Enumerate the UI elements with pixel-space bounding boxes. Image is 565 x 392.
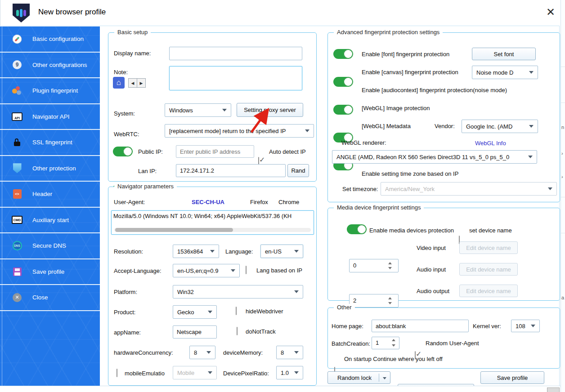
chevron-down-icon bbox=[231, 269, 235, 272]
public-ip-toggle[interactable] bbox=[113, 147, 133, 156]
note-textarea[interactable] bbox=[169, 66, 302, 90]
webrtc-dropdown[interactable]: [replacement mode] return to the specifi… bbox=[165, 124, 314, 138]
window-title: New browser profile bbox=[38, 8, 106, 17]
window-bottom-edge bbox=[0, 386, 561, 392]
chevron-down-icon bbox=[548, 187, 552, 190]
sidebar-item-secure-dns[interactable]: DNS Secure DNS bbox=[0, 233, 100, 259]
stepper-down-icon[interactable] bbox=[388, 267, 392, 269]
user-agent-textarea[interactable]: Mozilla/5.0 (Windows NT 10.0; Win64; x64… bbox=[111, 210, 314, 235]
kernel-ver-dropdown[interactable]: 108 bbox=[511, 320, 540, 332]
set-timezone-dropdown[interactable]: America/New_York bbox=[381, 182, 557, 196]
lang-based-on-ip-label: Lang based on IP bbox=[256, 267, 302, 274]
stepper-up-icon[interactable] bbox=[388, 262, 392, 264]
canvas-noise-mode-dropdown[interactable]: Noise mode D bbox=[472, 66, 538, 79]
audiocontext-protection-toggle[interactable] bbox=[333, 105, 353, 115]
device-pixel-ratio-dropdown[interactable]: 1.0 bbox=[276, 366, 303, 379]
sec-ch-ua-link[interactable]: SEC-CH-UA bbox=[192, 199, 224, 205]
prev-arrow-icon[interactable]: ◀ bbox=[129, 79, 137, 87]
home-page-input[interactable] bbox=[372, 320, 469, 332]
sidebar-item-other-configurations[interactable]: 9 Other configurations bbox=[0, 53, 100, 79]
display-name-input[interactable] bbox=[169, 47, 302, 60]
set-font-button[interactable]: Set font bbox=[472, 48, 536, 60]
ua-scrollbar-track[interactable] bbox=[114, 228, 311, 232]
timezone-by-ip-label: Enable setting time zone based on IP bbox=[362, 170, 458, 177]
save-profile-button[interactable]: Save profile bbox=[480, 371, 544, 384]
product-dropdown[interactable]: Gecko bbox=[173, 305, 217, 319]
video-input-label: Video input bbox=[417, 245, 446, 251]
display-name-label: Display name: bbox=[114, 50, 151, 57]
accept-language-dropdown[interactable]: en-US,en;q=0.9 bbox=[173, 264, 240, 277]
sidebar-item-ssl-fingerprint[interactable]: SSL fingerprint bbox=[0, 130, 100, 156]
close-icon[interactable]: ✕ bbox=[543, 4, 558, 20]
sidebar-item-auxiliary-start[interactable]: CMD Auxiliary start bbox=[0, 208, 100, 234]
stepper-down-icon[interactable] bbox=[392, 344, 395, 347]
batch-creation-stepper[interactable]: 1 bbox=[372, 337, 399, 349]
stepper-down-icon[interactable] bbox=[388, 302, 392, 304]
resolution-dropdown[interactable]: 1536x864 bbox=[173, 245, 219, 258]
webgl-info-link[interactable]: WebGL Info bbox=[475, 140, 506, 147]
device-memory-dropdown[interactable]: 8 bbox=[276, 346, 303, 359]
chevron-down-icon bbox=[208, 371, 212, 374]
dns-icon: DNS bbox=[12, 241, 22, 251]
sidebar-item-close[interactable]: ✕ Close bbox=[0, 285, 100, 311]
random-lock-button[interactable]: Random lock bbox=[327, 371, 390, 384]
compass-icon bbox=[12, 34, 22, 45]
note-label: Note: bbox=[114, 69, 128, 76]
font-protection-toggle[interactable] bbox=[333, 49, 353, 59]
system-dropdown[interactable]: Windows bbox=[165, 103, 231, 117]
startup-continue-label: On startup Continue where you left off bbox=[344, 356, 443, 362]
rand-button[interactable]: Rand bbox=[287, 164, 309, 177]
basic-setup-group: Basic setup Display name: Note: ⌂ ◀▶ Sys… bbox=[108, 32, 317, 182]
language-dropdown[interactable]: en-US bbox=[260, 245, 303, 258]
sidebar-item-plugin-fingerprint[interactable]: Plugin fingerprint bbox=[0, 78, 100, 104]
sidebar-item-navigator-api[interactable]: API Navigator API bbox=[0, 104, 100, 130]
sidebar-item-other-protection[interactable]: Other protection bbox=[0, 156, 100, 182]
ua-scrollbar-thumb[interactable] bbox=[115, 228, 233, 232]
sidebar-item-save-profile[interactable]: Save profile bbox=[0, 259, 100, 285]
hide-webdriver-checkbox[interactable] bbox=[236, 307, 237, 315]
public-ip-label: Public IP: bbox=[138, 148, 163, 155]
mobile-emulation-dropdown[interactable]: Mobile bbox=[173, 366, 217, 379]
audio-input-stepper[interactable]: 2 bbox=[349, 294, 399, 307]
chevron-down-icon bbox=[529, 71, 534, 74]
do-not-track-checkbox[interactable] bbox=[237, 327, 238, 335]
public-ip-input[interactable] bbox=[176, 145, 254, 158]
setting-proxy-server-button[interactable]: Setting proxy server bbox=[237, 103, 303, 117]
lan-ip-input[interactable] bbox=[176, 164, 286, 177]
sidebar-item-header[interactable]: <> Header bbox=[0, 182, 100, 208]
app-logo-icon bbox=[13, 4, 30, 22]
product-label: Product: bbox=[114, 309, 135, 316]
note-nav-stepper[interactable]: ◀▶ bbox=[128, 78, 146, 88]
edit-audio-output-device-button[interactable]: Edit device name bbox=[459, 285, 518, 297]
edit-audio-input-device-button[interactable]: Edit device name bbox=[459, 263, 518, 276]
hide-webdriver-label: hideWebdriver bbox=[246, 308, 283, 315]
lang-based-on-ip-checkbox[interactable] bbox=[246, 266, 247, 274]
media-devices-toggle[interactable] bbox=[347, 224, 367, 234]
next-arrow-icon[interactable]: ▶ bbox=[137, 79, 145, 87]
resize-handle[interactable] bbox=[547, 388, 560, 392]
chevron-down-icon bbox=[305, 129, 309, 132]
video-input-stepper[interactable]: 0 bbox=[349, 259, 399, 272]
chevron-down-icon bbox=[294, 290, 299, 293]
chevron-down-icon bbox=[294, 351, 299, 354]
canvas-protection-toggle[interactable] bbox=[333, 77, 353, 87]
stepper-up-icon[interactable] bbox=[388, 297, 392, 299]
home-icon[interactable]: ⌂ bbox=[113, 77, 125, 89]
webgl-renderer-label: WebGL renderer: bbox=[341, 139, 386, 146]
basic-setup-legend: Basic setup bbox=[114, 29, 151, 36]
stepper-up-icon[interactable] bbox=[392, 339, 395, 341]
new-profile-dialog: New browser profile ✕ Basic configuratio… bbox=[0, 0, 565, 392]
appname-input[interactable] bbox=[173, 325, 217, 339]
chevron-down-icon bbox=[383, 377, 386, 379]
hardware-concurrency-dropdown[interactable]: 8 bbox=[189, 346, 215, 359]
auto-detect-ip-label: Auto detect IP bbox=[269, 148, 306, 155]
vendor-dropdown[interactable]: Google Inc. (AMD bbox=[462, 120, 538, 133]
media-device-legend: Media device fingerprint settings bbox=[334, 204, 424, 211]
sidebar-item-basic-configuration[interactable]: Basic configuration bbox=[0, 27, 100, 53]
webgl-renderer-dropdown[interactable]: ANGLE (AMD, Radeon RX 560 Series Direct3… bbox=[332, 150, 537, 164]
mobile-emulation-checkbox[interactable] bbox=[117, 369, 117, 377]
edit-video-device-button[interactable]: Edit device name bbox=[459, 241, 518, 254]
platform-dropdown[interactable]: Win32 bbox=[173, 285, 303, 298]
chrome-link[interactable]: Chrome bbox=[278, 199, 299, 205]
firefox-link[interactable]: Firefox bbox=[250, 199, 268, 205]
